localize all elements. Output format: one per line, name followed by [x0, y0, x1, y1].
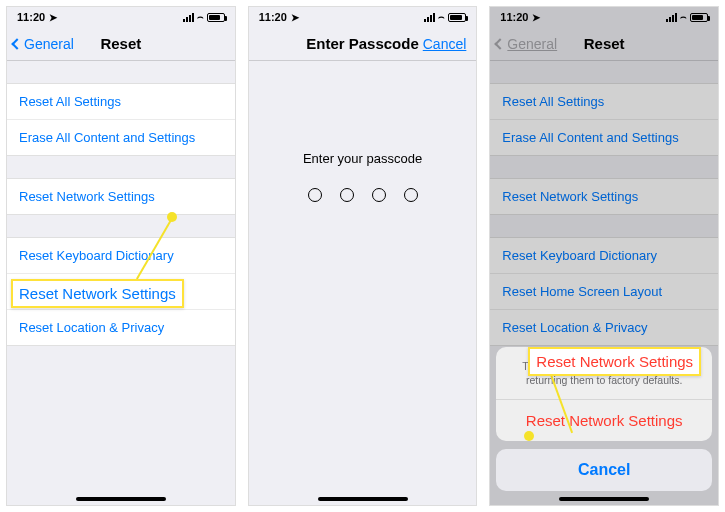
location-icon: ➤ — [532, 12, 540, 23]
back-button: General — [496, 27, 557, 60]
status-bar: 11:20 ➤ ⌢ — [7, 7, 235, 27]
reset-home-screen-layout: Reset Home Screen Layout — [490, 274, 718, 310]
chevron-left-icon — [495, 38, 506, 49]
status-bar: 11:20 ➤ ⌢ — [490, 7, 718, 27]
screen-reset-confirm: 11:20 ➤ ⌢ General Reset Reset All Settin… — [489, 6, 719, 506]
reset-network-settings[interactable]: Reset Network Settings — [7, 178, 235, 215]
callout-reset-network: Reset Network Settings — [11, 279, 184, 308]
wifi-icon: ⌢ — [680, 11, 687, 23]
reset-keyboard-dictionary[interactable]: Reset Keyboard Dictionary — [7, 237, 235, 274]
passcode-dot — [404, 188, 418, 202]
cancel-button[interactable]: Cancel — [423, 27, 467, 60]
battery-icon — [690, 13, 708, 22]
reset-all-settings[interactable]: Reset All Settings — [7, 83, 235, 120]
battery-icon — [207, 13, 225, 22]
signal-icon — [183, 13, 194, 22]
callout-reset-network: Reset Network Settings — [528, 347, 701, 376]
wifi-icon: ⌢ — [197, 11, 204, 23]
back-label: General — [507, 36, 557, 52]
status-time: 11:20 — [500, 11, 528, 23]
page-title: Enter Passcode — [306, 35, 419, 52]
battery-icon — [448, 13, 466, 22]
nav-bar: General Reset — [7, 27, 235, 61]
status-time: 11:20 — [17, 11, 45, 23]
nav-bar: General Reset — [490, 27, 718, 61]
screen-reset-settings: 11:20 ➤ ⌢ General Reset Reset All Settin… — [6, 6, 236, 506]
reset-location-privacy[interactable]: Reset Location & Privacy — [7, 310, 235, 346]
home-indicator[interactable] — [318, 497, 408, 501]
sheet-cancel-button[interactable]: Cancel — [496, 449, 712, 491]
passcode-prompt: Enter your passcode — [249, 151, 477, 166]
back-label: General — [24, 36, 74, 52]
screen-enter-passcode: 11:20 ➤ ⌢ Enter Passcode Cancel Enter yo… — [248, 6, 478, 506]
chevron-left-icon — [11, 38, 22, 49]
home-indicator[interactable] — [76, 497, 166, 501]
erase-all-content: Erase All Content and Settings — [490, 120, 718, 156]
reset-keyboard-dictionary: Reset Keyboard Dictionary — [490, 237, 718, 274]
reset-location-privacy: Reset Location & Privacy — [490, 310, 718, 346]
passcode-dot — [340, 188, 354, 202]
location-icon: ➤ — [291, 12, 299, 23]
status-time: 11:20 — [259, 11, 287, 23]
passcode-dot — [308, 188, 322, 202]
signal-icon — [666, 13, 677, 22]
page-title: Reset — [584, 35, 625, 52]
passcode-dot — [372, 188, 386, 202]
reset-all-settings: Reset All Settings — [490, 83, 718, 120]
erase-all-content[interactable]: Erase All Content and Settings — [7, 120, 235, 156]
signal-icon — [424, 13, 435, 22]
wifi-icon: ⌢ — [438, 11, 445, 23]
reset-network-settings: Reset Network Settings — [490, 178, 718, 215]
status-bar: 11:20 ➤ ⌢ — [249, 7, 477, 27]
nav-bar: Enter Passcode Cancel — [249, 27, 477, 61]
passcode-dots[interactable] — [249, 188, 477, 202]
back-button[interactable]: General — [13, 27, 74, 60]
location-icon: ➤ — [49, 12, 57, 23]
page-title: Reset — [100, 35, 141, 52]
home-indicator[interactable] — [559, 497, 649, 501]
